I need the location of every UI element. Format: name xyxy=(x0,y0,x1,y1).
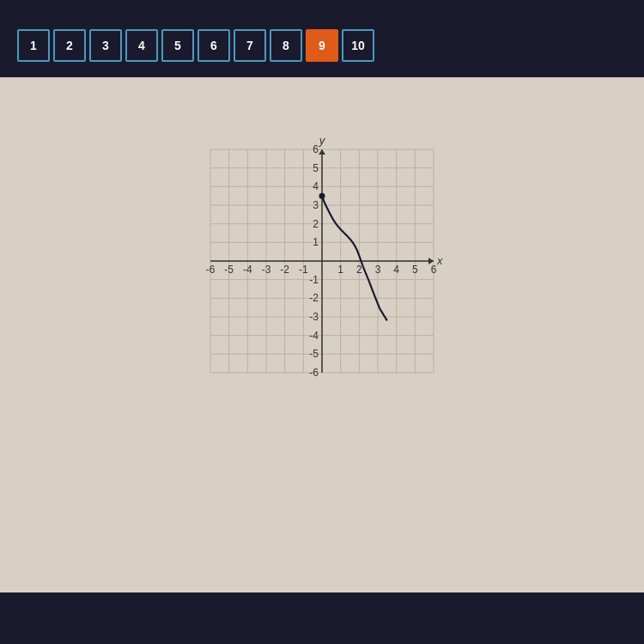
nav-btn-6[interactable]: 6 xyxy=(197,29,230,62)
nav-btn-5[interactable]: 5 xyxy=(161,29,194,62)
nav-btn-4[interactable]: 4 xyxy=(125,29,158,62)
question-nav: 12345678910 xyxy=(17,29,627,70)
nav-btn-3[interactable]: 3 xyxy=(89,29,122,62)
nav-btn-10[interactable]: 10 xyxy=(342,29,374,62)
nav-btn-9[interactable]: 9 xyxy=(306,29,338,62)
graph-area xyxy=(176,115,468,407)
main-content xyxy=(0,77,644,592)
nav-btn-1[interactable]: 1 xyxy=(17,29,50,62)
nav-btn-2[interactable]: 2 xyxy=(53,29,86,62)
nav-btn-7[interactable]: 7 xyxy=(234,29,266,62)
nav-btn-8[interactable]: 8 xyxy=(270,29,302,62)
graph-container xyxy=(26,115,618,407)
